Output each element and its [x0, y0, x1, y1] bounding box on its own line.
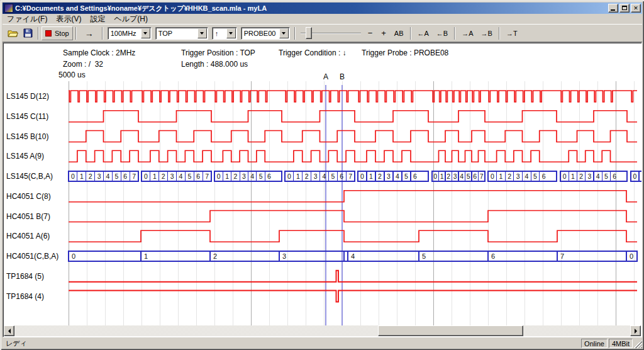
waveform-trace: [69, 91, 637, 102]
bus-cell-value: 1: [296, 172, 300, 180]
cursor-a-label: A: [323, 72, 328, 81]
trigger-position-combo[interactable]: TOP: [155, 27, 208, 40]
save-file-button[interactable]: [22, 28, 33, 39]
bus-cell-value: 1: [225, 172, 229, 180]
bus-cell-value: 2: [508, 172, 511, 180]
menu-help[interactable]: ヘルプ(H): [109, 13, 152, 25]
app-window: C:¥Documents and Settings¥noname¥デスクトップ¥…: [0, 0, 644, 350]
channel-label: LS145 A(9): [6, 152, 44, 161]
bus-cell-value: 5: [533, 172, 537, 180]
menu-file[interactable]: ファイル(F): [3, 13, 52, 25]
waveform-trace: [69, 211, 637, 222]
scroll-right-icon: [635, 329, 637, 334]
menu-settings[interactable]: 設定: [86, 13, 109, 25]
combo-dropdown-icon[interactable]: [141, 28, 150, 38]
trigger-position-value: TOP: [156, 30, 197, 37]
combo-dropdown-icon[interactable]: [226, 28, 236, 38]
channel-label: LS145 D(12): [6, 92, 49, 101]
zoom-slider-thumb[interactable]: [306, 27, 312, 39]
channel-label: HC4051 B(7): [6, 212, 50, 221]
bus-cell: [419, 251, 488, 261]
goto-b-right-button[interactable]: →B: [477, 26, 496, 40]
channel-label: LS145(C,B,A): [6, 172, 53, 181]
bus-cell-value: 6: [413, 172, 417, 180]
bus-cell-value: 2: [89, 172, 92, 180]
maximize-icon: [622, 6, 627, 10]
stop-button[interactable]: Stop: [42, 26, 73, 40]
bus-cell-value: 2: [234, 172, 238, 180]
bus-cell: [141, 251, 210, 261]
waveform-trace: [69, 131, 637, 142]
bus-cell: [488, 251, 557, 261]
bus-cell-value: 2: [213, 252, 217, 260]
channel-label: HC4051 A(6): [6, 232, 50, 240]
zoom-slider[interactable]: [301, 26, 361, 40]
combo-dropdown-icon[interactable]: [197, 28, 207, 38]
trigger-edge-combo[interactable]: ↑: [212, 27, 237, 40]
toolbar: Stop → 100MHz TOP ↑ PROBE00 − + AB ←A: [3, 24, 642, 42]
zoom-in-button[interactable]: +: [377, 26, 391, 40]
resize-grip[interactable]: [634, 340, 642, 348]
scroll-left-button[interactable]: [4, 325, 14, 336]
channel-label: LS145 B(10): [6, 132, 48, 141]
bus-cell-value: 3: [387, 172, 391, 180]
status-memory-text: 4MBit: [612, 340, 630, 347]
app-icon: [4, 4, 13, 13]
scrollbar-thumb[interactable]: [378, 325, 523, 336]
status-memory: 4MBit: [609, 339, 633, 348]
bus-cell-value: 2: [447, 172, 450, 180]
goto-a-right-button[interactable]: →A: [458, 26, 477, 40]
bus-cell-value: 3: [314, 172, 318, 180]
waveform-canvas: ABLS145 D(12)LS145 C(11)LS145 B(10)LS145…: [4, 43, 641, 326]
bus-cell-value: 7: [560, 252, 564, 260]
bus-cell-value: 6: [340, 172, 343, 180]
bus-cell-value: 5: [604, 172, 608, 180]
bus-cell-value: 0: [72, 252, 75, 260]
channel-label: TP1684 (4): [6, 292, 44, 301]
toolbar-separator: [38, 27, 39, 40]
channel-label: HC4051 C(8): [6, 192, 51, 201]
combo-dropdown-icon[interactable]: [279, 28, 289, 38]
status-message: レディ: [3, 339, 140, 348]
bus-cell-value: 7: [205, 172, 209, 180]
clock-combo[interactable]: 100MHz: [108, 27, 152, 40]
bus-cell-value: 2: [162, 172, 165, 180]
horizontal-scrollbar[interactable]: [4, 325, 641, 336]
trigger-edge-value: ↑: [213, 30, 226, 37]
save-floppy-icon: [23, 28, 33, 38]
scroll-right-button[interactable]: [630, 325, 641, 336]
ab-button[interactable]: AB: [391, 26, 408, 40]
toolbar-separator: [75, 27, 77, 40]
waveform-view: Sample Clock : 2MHz Trigger Position : T…: [3, 42, 642, 337]
bus-cell-value: 0: [491, 172, 494, 180]
goto-a-left-button[interactable]: ←A: [414, 26, 433, 40]
waveform-trace: [69, 230, 637, 242]
waveform-trace: [69, 271, 637, 282]
maximize-button[interactable]: [619, 4, 630, 13]
zoom-out-button[interactable]: −: [364, 26, 377, 40]
close-button[interactable]: ✕: [631, 4, 641, 13]
goto-b-left-button[interactable]: ←B: [433, 26, 452, 40]
bus-cell-value: 4: [323, 172, 326, 180]
bus-cell-value: 0: [144, 172, 148, 180]
title-bar[interactable]: C:¥Documents and Settings¥noname¥デスクトップ¥…: [3, 3, 642, 14]
bus-cell-value: 5: [467, 172, 470, 180]
open-file-button[interactable]: [7, 28, 18, 39]
bus-cell-value: 6: [473, 172, 477, 180]
toolbar-separator: [410, 27, 411, 40]
bus-cell-value: 5: [404, 172, 408, 180]
toolbar-separator: [499, 27, 500, 40]
bus-cell-value: 0: [630, 252, 633, 260]
run-button[interactable]: →: [79, 26, 99, 40]
waveform-trace: [69, 150, 637, 162]
channel-label: LS145 C(11): [6, 112, 48, 121]
toolbar-separator: [102, 27, 103, 40]
stop-label: Stop: [55, 30, 69, 37]
bus-cell-value: 0: [71, 172, 75, 180]
menu-view[interactable]: 表示(V): [52, 13, 86, 25]
waveform-trace: [69, 291, 637, 302]
trigger-probe-combo[interactable]: PROBE00: [241, 27, 290, 40]
minimize-button[interactable]: [608, 4, 618, 13]
bus-cell-value: 5: [422, 252, 426, 260]
goto-trigger-button[interactable]: →T: [502, 26, 521, 40]
